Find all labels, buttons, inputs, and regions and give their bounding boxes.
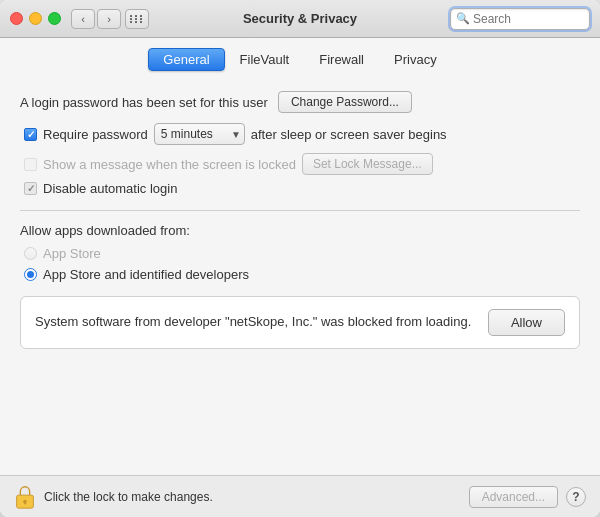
require-password-label: Require password bbox=[43, 127, 148, 142]
app-store-radio[interactable] bbox=[24, 247, 37, 260]
tab-firewall[interactable]: Firewall bbox=[304, 48, 379, 71]
change-password-button[interactable]: Change Password... bbox=[278, 91, 412, 113]
help-button[interactable]: ? bbox=[566, 487, 586, 507]
titlebar: ‹ › Security & Privacy 🔍 bbox=[0, 0, 600, 38]
password-timeout-wrapper: 5 minutes immediately 1 minute 15 minute… bbox=[154, 123, 245, 145]
show-message-label: Show a message when the screen is locked bbox=[43, 157, 296, 172]
show-message-checkbox[interactable] bbox=[24, 158, 37, 171]
window-title: Security & Privacy bbox=[243, 11, 357, 26]
lock-label: Click the lock to make changes. bbox=[44, 490, 213, 504]
show-message-row: Show a message when the screen is locked… bbox=[20, 153, 580, 175]
password-timeout-select[interactable]: 5 minutes immediately 1 minute 15 minute… bbox=[154, 123, 245, 145]
blocked-section: System software from developer "netSkope… bbox=[20, 296, 580, 349]
maximize-button[interactable] bbox=[48, 12, 61, 25]
svg-rect-2 bbox=[24, 501, 26, 504]
blocked-text: System software from developer "netSkope… bbox=[35, 313, 474, 331]
grid-button[interactable] bbox=[125, 9, 149, 29]
close-button[interactable] bbox=[10, 12, 23, 25]
minimize-button[interactable] bbox=[29, 12, 42, 25]
bottom-bar: Click the lock to make changes. Advanced… bbox=[0, 475, 600, 517]
disable-login-row: Disable automatic login bbox=[20, 181, 580, 196]
allow-apps-title: Allow apps downloaded from: bbox=[20, 223, 580, 238]
allow-button[interactable]: Allow bbox=[488, 309, 565, 336]
back-button[interactable]: ‹ bbox=[71, 9, 95, 29]
advanced-button[interactable]: Advanced... bbox=[469, 486, 558, 508]
grid-icon bbox=[130, 15, 144, 23]
tab-general[interactable]: General bbox=[148, 48, 224, 71]
apps-section: Allow apps downloaded from: App Store Ap… bbox=[20, 223, 580, 282]
require-password-row: Require password 5 minutes immediately 1… bbox=[20, 123, 580, 145]
password-text: A login password has been set for this u… bbox=[20, 95, 268, 110]
disable-login-checkbox[interactable] bbox=[24, 182, 37, 195]
nav-buttons: ‹ › bbox=[71, 9, 121, 29]
main-window: ‹ › Security & Privacy 🔍 General FileVau… bbox=[0, 0, 600, 517]
app-store-developers-row: App Store and identified developers bbox=[20, 267, 580, 282]
password-section: A login password has been set for this u… bbox=[20, 91, 580, 113]
search-input[interactable] bbox=[450, 8, 590, 30]
app-store-developers-label: App Store and identified developers bbox=[43, 267, 249, 282]
app-store-label: App Store bbox=[43, 246, 101, 261]
forward-button[interactable]: › bbox=[97, 9, 121, 29]
content-area: A login password has been set for this u… bbox=[0, 79, 600, 475]
traffic-lights bbox=[10, 12, 61, 25]
bottom-right: Advanced... ? bbox=[469, 486, 586, 508]
tab-filevault[interactable]: FileVault bbox=[225, 48, 305, 71]
divider bbox=[20, 210, 580, 211]
tabs-bar: General FileVault Firewall Privacy bbox=[0, 38, 600, 79]
lock-icon bbox=[14, 484, 36, 510]
lock-button[interactable]: Click the lock to make changes. bbox=[14, 484, 213, 510]
search-box: 🔍 bbox=[450, 8, 590, 30]
set-lock-message-button[interactable]: Set Lock Message... bbox=[302, 153, 433, 175]
after-sleep-label: after sleep or screen saver begins bbox=[251, 127, 447, 142]
tab-privacy[interactable]: Privacy bbox=[379, 48, 452, 71]
app-store-row: App Store bbox=[20, 246, 580, 261]
disable-login-label: Disable automatic login bbox=[43, 181, 177, 196]
app-store-developers-radio[interactable] bbox=[24, 268, 37, 281]
search-icon: 🔍 bbox=[456, 12, 470, 25]
require-password-checkbox[interactable] bbox=[24, 128, 37, 141]
